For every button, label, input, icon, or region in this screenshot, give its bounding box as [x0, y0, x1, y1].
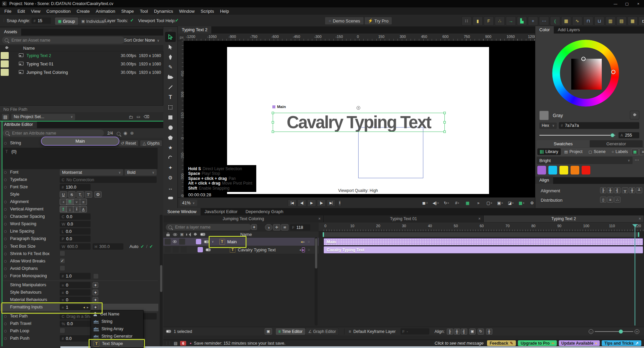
viewport-canvas-area[interactable]: Cavalry Typing Text Main: [184, 41, 535, 197]
clear-filter-icon[interactable]: ⊗: [130, 131, 134, 136]
tools-overflow-icon[interactable]: ⋯: [169, 28, 172, 32]
attribute-port-icon[interactable]: [4, 186, 7, 189]
try-pro-button[interactable]: ⚡ Try Pro: [364, 17, 392, 25]
toolbar-icon-button[interactable]: ∷: [462, 16, 472, 26]
render-icon[interactable]: ▣: [180, 232, 183, 237]
distribute-button[interactable]: ≡: [607, 197, 613, 203]
attribute-port-icon[interactable]: [4, 238, 7, 240]
nav-left-icon[interactable]: ◂: [83, 305, 85, 309]
color-swatch[interactable]: [582, 166, 590, 175]
work-area-bar[interactable]: [323, 232, 639, 237]
clip-icon[interactable]: [200, 233, 205, 236]
star-tool[interactable]: ★: [165, 143, 176, 153]
keyframe-frame-field[interactable]: F-: [400, 328, 429, 335]
font-weight-dropdown[interactable]: Bold∨: [125, 169, 157, 176]
color-mode-dropdown[interactable]: Hex∨: [539, 122, 557, 129]
rectangle-tool[interactable]: [165, 112, 176, 122]
project-list-icon[interactable]: ▤: [1, 113, 9, 120]
comp-tab-typing-2[interactable]: Typing Text 2 ×: [484, 215, 644, 222]
tab-color[interactable]: Color: [535, 26, 554, 34]
character-spacing-field[interactable]: C0.0: [60, 213, 91, 220]
sparkle-tool[interactable]: ✦: [165, 163, 176, 173]
text-box-width-field[interactable]: W600.0: [60, 243, 91, 250]
menu-item-string-array[interactable]: abc String Array: [91, 325, 143, 333]
layer-row-main[interactable]: ∨ T Main ◂ ▸ ○: [163, 238, 319, 246]
tab-attribute-editor[interactable]: Attribute Editor: [0, 121, 37, 128]
menu-item[interactable]: Shape: [118, 8, 137, 14]
keyframe-align-button[interactable]: ╫: [454, 329, 460, 335]
align-center-button[interactable]: ☰: [67, 199, 73, 205]
color-swatch[interactable]: [537, 166, 546, 175]
allow-word-breaks-checkbox[interactable]: ✓: [60, 258, 65, 263]
tab-dependency-graph[interactable]: Dependency Graph: [241, 208, 287, 215]
message-list-icon[interactable]: ▤: [174, 341, 177, 346]
toolbar-icon-button[interactable]: ▥: [605, 16, 615, 26]
attribute-scrollbar[interactable]: [160, 215, 163, 346]
layer-tools-check-icon[interactable]: ✓: [130, 18, 134, 23]
work-area-start-handle[interactable]: [323, 232, 324, 237]
toolbar-icon-button[interactable]: ▦: [628, 16, 638, 26]
onion-skin-button[interactable]: ◑: [265, 224, 272, 231]
menu-item-string[interactable]: abc String: [91, 318, 143, 325]
keyframe-toggle-icon[interactable]: ○: [308, 240, 310, 244]
color-swatch[interactable]: [548, 166, 557, 175]
attribute-port-icon[interactable]: [4, 179, 7, 181]
close-icon[interactable]: ×: [639, 216, 641, 221]
viewport-option-button[interactable]: ↻▸: [441, 199, 451, 207]
capsule-tool[interactable]: [165, 193, 176, 203]
string-manipulators-field[interactable]: ≡0: [60, 282, 91, 288]
toolbar-icon-button[interactable]: (: [550, 16, 560, 26]
move-tool[interactable]: ↔: [165, 183, 176, 193]
toolbar-icon-button[interactable]: ▙: [517, 16, 527, 26]
menu-item[interactable]: Dynamics: [151, 8, 176, 14]
transport-button[interactable]: ▶: [307, 199, 316, 207]
toolbar-icon-button[interactable]: ⊓: [583, 16, 593, 26]
menu-item[interactable]: Create: [74, 8, 93, 14]
attribute-search-input[interactable]: [11, 131, 101, 136]
frame-icon[interactable]: ▭: [137, 114, 140, 119]
align-button[interactable]: ╢: [614, 187, 621, 193]
nav-right-icon[interactable]: ▸: [87, 305, 89, 309]
text-box-outline[interactable]: [358, 127, 423, 178]
auto-height-check-icon[interactable]: ✓: [149, 244, 153, 249]
asset-color-swatch[interactable]: [1, 52, 9, 59]
next-keyframe-icon[interactable]: ▸: [302, 247, 305, 252]
export-frame-button[interactable]: ↥: [338, 199, 341, 207]
toolbar-icon-button[interactable]: ∴: [495, 16, 505, 26]
message-count-badge[interactable]: 6: [180, 341, 186, 346]
lock-icon[interactable]: [166, 233, 170, 237]
asset-color-swatch[interactable]: [1, 60, 9, 67]
paragraph-spacing-field[interactable]: P0.0: [60, 236, 91, 242]
prev-keyframe-icon[interactable]: ◂: [301, 240, 303, 244]
transport-button[interactable]: ▶|: [327, 199, 335, 207]
menu-item-text-shape[interactable]: T Text Shape: [91, 340, 143, 347]
selection-handle[interactable]: [272, 112, 274, 114]
attribute-port-icon[interactable]: [4, 260, 7, 263]
path-loop-checkbox[interactable]: [60, 328, 65, 333]
eye-icon[interactable]: [173, 240, 177, 244]
menu-item[interactable]: View: [28, 8, 43, 14]
viewport-option-button[interactable]: ▣▸: [495, 199, 505, 207]
menu-item[interactable]: Tool: [137, 8, 151, 14]
frame-field[interactable]: F 118: [290, 224, 310, 231]
font-size-field[interactable]: #130.0: [60, 184, 91, 190]
attribute-port-icon[interactable]: [4, 215, 7, 218]
eye-icon[interactable]: [173, 233, 177, 237]
tab-add-layers[interactable]: Add Layers: [554, 26, 584, 34]
text-tool[interactable]: T: [165, 92, 176, 102]
attribute-port-icon[interactable]: [4, 230, 7, 233]
align-left-button[interactable]: ⫞: [60, 199, 66, 205]
comp-tab-jumping[interactable]: Jumping Text Coloring ×: [163, 215, 324, 222]
attribute-port-icon[interactable]: [4, 322, 7, 325]
ellipse-tool[interactable]: [165, 122, 176, 133]
polygon-tool[interactable]: [165, 133, 176, 143]
eyedropper-button[interactable]: [630, 111, 639, 119]
path-travel-field[interactable]: %0.0: [60, 320, 91, 327]
viewport-option-button[interactable]: ▦: [463, 199, 473, 207]
box-select-button[interactable]: ▣: [469, 329, 476, 335]
valign-top-button[interactable]: ↥: [60, 206, 66, 212]
zoom-dropdown[interactable]: 41% ∨: [180, 200, 197, 206]
ease-curve-button[interactable]: ↻: [478, 329, 484, 335]
prev-keyframe-icon[interactable]: ◂: [299, 248, 301, 252]
menu-item[interactable]: Composition: [43, 8, 73, 14]
